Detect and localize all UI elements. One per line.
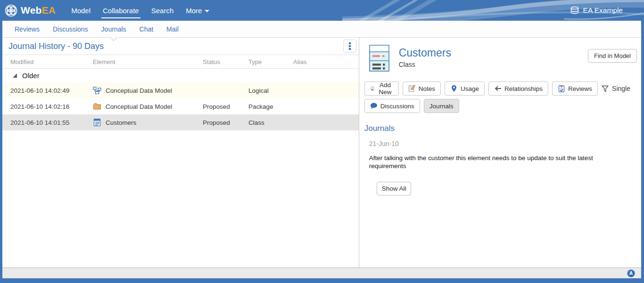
brand-text: WebEA [21,5,56,16]
sparx-knot-icon [5,4,17,17]
group-label: Older [22,72,40,80]
webea-brand[interactable]: WebEA [0,4,56,17]
group-expanded-triangle-icon [13,73,17,78]
status-bar: A [2,267,641,278]
column-header-status[interactable]: Status [203,58,248,65]
topnav-more[interactable]: More [180,0,215,21]
class-icon [93,119,101,126]
cell-modified: 2021-06-10 14:02:49 [2,87,92,94]
model-indicator[interactable]: EA Example [570,6,644,15]
top-bar: WebEA Model Collaborate Search More EA E… [0,0,644,21]
column-header-element[interactable]: Element [92,58,203,65]
diagram-icon [93,87,101,94]
journals-section: Journals 21-Jun-10 After talking with th… [364,113,641,195]
filter-single-toggle[interactable]: Single [602,85,633,92]
journals-button[interactable]: Journals [424,99,459,113]
journals-section-title: Journals [364,124,641,133]
cell-element: Conceptual Data Model [92,87,203,94]
table-row-selected[interactable]: 2021-06-10 14:01:55 Customers Proposed C… [2,114,359,130]
element-type: Class [399,61,451,68]
cell-modified: 2021-06-10 14:02:16 [2,103,92,110]
usage-button[interactable]: Usage [445,81,485,96]
element-titles: Customers Class [399,45,451,72]
column-header-alias[interactable]: Alias [293,58,359,65]
subnav-chat[interactable]: Chat [133,21,160,37]
relationships-button[interactable]: Relationships [488,81,548,96]
top-navigation: Model Collaborate Search More [65,0,215,21]
find-in-model-button[interactable]: Find in Model [588,49,637,63]
panel-menu-button[interactable] [343,40,356,53]
discussions-icon [370,102,378,110]
toolbar-row-2: Discussions Journals [364,99,633,113]
class-compartment-icon [369,45,389,72]
table-row[interactable]: 2021-06-10 14:02:16 Conceptual Data Mode… [2,98,359,114]
subnav-journals[interactable]: Journals [95,21,133,37]
add-new-button[interactable]: Add New [364,81,399,96]
topnav-model[interactable]: Model [65,0,97,21]
cell-type: Logical [248,87,293,94]
cell-element: Conceptual Data Model [92,103,203,110]
cell-type: Package [248,103,293,110]
column-header-type[interactable]: Type [248,58,293,65]
journal-history-panel: Journal History - 90 Days Modified Eleme… [2,38,359,267]
reviews-icon [558,85,565,92]
notes-button[interactable]: Notes [403,81,441,96]
journal-entry-text: After talking with the customer this ele… [369,154,611,170]
cell-element: Customers [92,119,203,126]
panel-title: Journal History - 90 Days [8,41,104,51]
topnav-collaborate[interactable]: Collaborate [97,0,145,21]
main-content: Journal History - 90 Days Modified Eleme… [2,38,641,267]
show-all-button[interactable]: Show All [377,182,412,195]
filter-label: Single [612,85,630,92]
cell-type: Class [248,119,293,126]
folder-icon [93,103,101,110]
element-header: Customers Class Find in Model [359,38,641,72]
element-name: Customers [399,47,451,59]
discussions-button[interactable]: Discussions [364,99,420,113]
relationships-arrow-icon [494,85,502,92]
journal-history-header: Journal History - 90 Days [2,38,359,55]
topnav-search[interactable]: Search [145,0,180,21]
collaborate-subnav: Reviews Discussions Journals Chat Mail [2,21,641,38]
table-row[interactable]: 2021-06-10 14:02:49 Conceptual Data Mode… [2,82,359,98]
ea-logo-badge[interactable]: A [627,269,635,277]
page-frame: Reviews Discussions Journals Chat Mail J… [2,21,641,278]
cell-status: Proposed [203,103,248,110]
chevron-down-icon [205,10,209,12]
add-new-icon [370,85,375,92]
subnav-mail[interactable]: Mail [160,21,185,37]
toolbar-row-1: Add New Notes [364,81,633,96]
usage-pin-icon [450,85,458,92]
subnav-discussions[interactable]: Discussions [46,21,95,37]
database-icon [570,6,579,15]
element-detail-panel: Customers Class Find in Model Add New [359,38,641,267]
subnav-reviews[interactable]: Reviews [8,21,46,37]
cell-modified: 2021-06-10 14:01:55 [2,119,92,126]
column-header-modified[interactable]: Modified [2,58,92,65]
cell-status: Proposed [203,119,248,126]
group-row-older[interactable]: Older [2,69,359,82]
journal-table-header: Modified Element Status Type Alias [2,55,359,69]
notes-icon [408,85,416,92]
element-toolbar: Add New Notes [364,81,633,113]
model-name: EA Example [583,6,623,15]
filter-funnel-icon [602,85,609,92]
journal-entry-date: 21-Jun-10 [369,140,641,147]
reviews-button[interactable]: Reviews [552,81,598,96]
kebab-icon [349,42,351,44]
